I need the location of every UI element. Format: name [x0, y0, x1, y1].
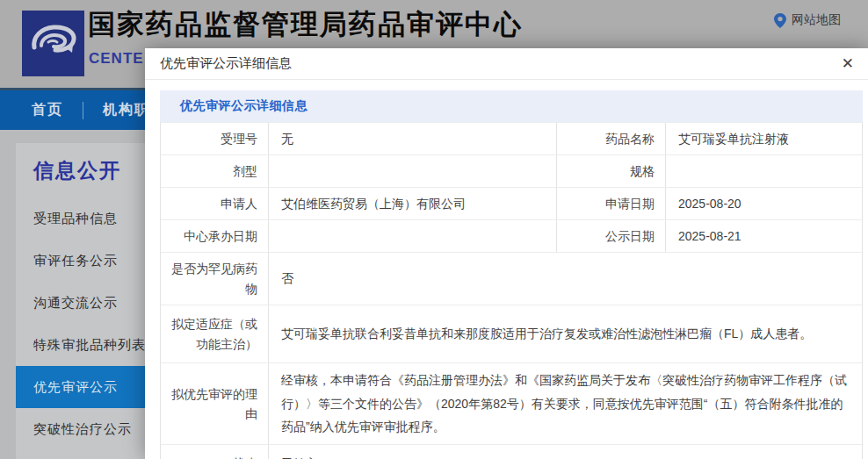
modal-body: 优先审评公示详细信息 受理号 无 药品名称 艾可瑞妥单抗注射液 剂型 规格 申请… — [145, 80, 868, 459]
row-label: 是否为罕见病药物 — [161, 253, 269, 305]
row-label: 规格 — [557, 155, 666, 187]
row-label: 拟定适应症（或功能主治） — [161, 305, 269, 362]
table-row: 中心承办日期 公示日期 2025-08-21 — [161, 220, 862, 253]
row-value: 2025-08-20 — [666, 188, 862, 219]
table-row: 状态 已纳入 — [161, 445, 862, 459]
sidebar-title: 信息公开 — [16, 143, 158, 197]
row-value: 经审核，本申请符合《药品注册管理办法》和《国家药监局关于发布〈突破性治疗药物审评… — [269, 363, 862, 444]
sidebar-item-breakthrough-therapy[interactable]: 突破性治疗公示 — [16, 408, 158, 450]
site-title: 国家药品监督管理局药品审评中心 — [88, 6, 523, 43]
modal-header: 优先审评公示详细信息 ✕ — [145, 48, 868, 80]
modal-title: 优先审评公示详细信息 — [145, 55, 292, 72]
row-value: 已纳入 — [269, 445, 862, 459]
row-value: 否 — [269, 253, 862, 305]
row-label: 拟优先审评的理由 — [161, 363, 269, 444]
section-header: 优先审评公示详细信息 — [160, 90, 863, 122]
row-label: 申请日期 — [557, 188, 666, 219]
sidebar-item-special-approval-list[interactable]: 特殊审批品种列表 — [16, 324, 158, 366]
row-label: 状态 — [161, 445, 269, 459]
row-label: 剂型 — [161, 155, 269, 187]
table-row: 剂型 规格 — [161, 155, 862, 188]
row-label: 申请人 — [161, 188, 269, 219]
section-title: 优先审评公示详细信息 — [160, 98, 307, 114]
sidebar-item-communication[interactable]: 沟通交流公示 — [16, 282, 158, 324]
priority-review-detail-modal: 优先审评公示详细信息 ✕ 优先审评公示详细信息 受理号 无 药品名称 艾可瑞妥单… — [145, 48, 868, 459]
site-subtitle: CENTE — [89, 50, 144, 68]
table-row: 受理号 无 药品名称 艾可瑞妥单抗注射液 — [161, 123, 862, 155]
row-value: 艾可瑞妥单抗注射液 — [666, 123, 862, 154]
row-value: 无 — [269, 123, 557, 154]
row-value — [269, 155, 557, 187]
table-row: 是否为罕见病药物 否 — [161, 253, 862, 305]
row-value: 艾伯维医药贸易（上海）有限公司 — [269, 188, 557, 219]
sidebar-item-review-tasks[interactable]: 审评任务公示 — [16, 240, 158, 282]
map-pin-icon — [774, 13, 786, 28]
row-value: 2025-08-21 — [666, 220, 862, 252]
row-label: 药品名称 — [557, 123, 666, 154]
row-label: 中心承办日期 — [161, 220, 269, 252]
row-value: 艾可瑞妥单抗联合利妥昔单抗和来那度胺适用于治疗复发或难治性滤泡性淋巴瘤（FL）成… — [269, 305, 862, 362]
row-label: 公示日期 — [557, 220, 666, 252]
table-row: 拟定适应症（或功能主治） 艾可瑞妥单抗联合利妥昔单抗和来那度胺适用于治疗复发或难… — [161, 305, 862, 363]
cde-logo-icon — [22, 11, 84, 76]
sitemap-label: 网站地图 — [792, 12, 841, 28]
detail-table: 受理号 无 药品名称 艾可瑞妥单抗注射液 剂型 规格 申请人 艾伯维医药贸易（上… — [160, 122, 863, 459]
row-value — [269, 220, 557, 252]
screen: 国家药品监督管理局药品审评中心 CENTE 网站地图 首页 机构职 信息公开 受… — [0, 0, 868, 459]
nav-item-home[interactable]: 首页 — [0, 101, 83, 119]
row-value — [666, 155, 862, 187]
table-row: 拟优先审评的理由 经审核，本申请符合《药品注册管理办法》和《国家药监局关于发布〈… — [161, 363, 862, 445]
sidebar: 信息公开 受理品种信息 审评任务公示 沟通交流公示 特殊审批品种列表 优先审评公… — [16, 143, 158, 459]
sidebar-item-priority-review[interactable]: 优先审评公示 — [16, 366, 158, 408]
sitemap-link[interactable]: 网站地图 — [774, 12, 841, 28]
table-row: 申请人 艾伯维医药贸易（上海）有限公司 申请日期 2025-08-20 — [161, 188, 862, 220]
sidebar-item-accepted-varieties[interactable]: 受理品种信息 — [16, 197, 158, 240]
row-label: 受理号 — [161, 123, 269, 154]
site-logo[interactable] — [22, 11, 84, 76]
close-icon[interactable]: ✕ — [842, 56, 854, 71]
